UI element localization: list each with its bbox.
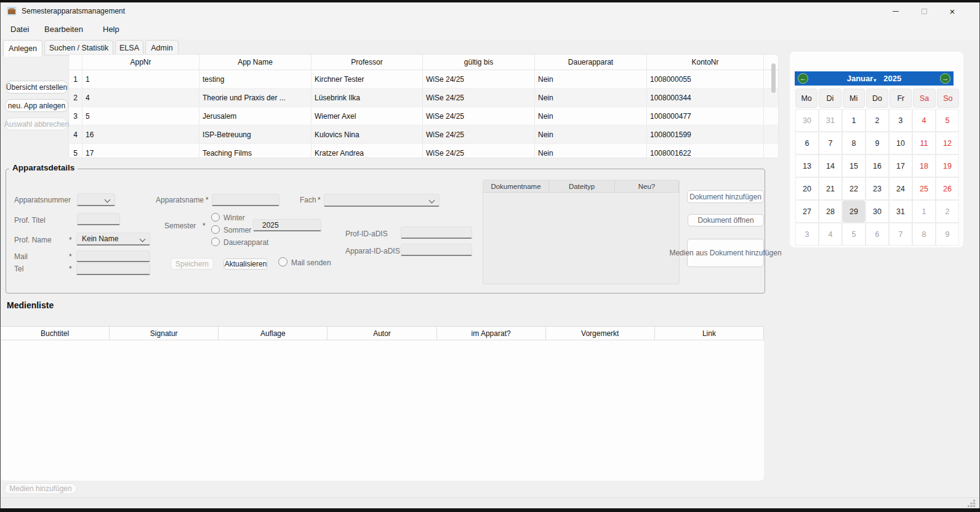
calendar-day[interactable]: 5: [842, 223, 866, 246]
cell: Theorie und Praxis der ...: [199, 89, 311, 106]
tab-anlegen[interactable]: Anlegen: [3, 40, 42, 57]
calendar-day[interactable]: 26: [936, 177, 959, 200]
calendar-day[interactable]: 10: [889, 132, 912, 154]
cell: Kratzer Andrea: [311, 144, 423, 158]
mail-input[interactable]: [76, 250, 150, 262]
prof-titel-input[interactable]: [77, 213, 120, 225]
apps-table-scrollbar[interactable]: [771, 63, 776, 93]
mail-senden-checkbox[interactable]: [278, 257, 287, 266]
calendar-day[interactable]: 31: [819, 109, 842, 132]
aktualisieren-button[interactable]: Aktualisieren: [223, 258, 268, 270]
table-row[interactable]: 35JerusalemWiemer AxelWiSe 24/25Nein1008…: [69, 107, 778, 126]
calendar-day[interactable]: 7: [819, 132, 842, 154]
table-row[interactable]: 517Teaching FilmsKratzer AndreaWiSe 24/2…: [69, 144, 778, 158]
resize-grip-icon[interactable]: [968, 500, 976, 508]
calendar-day[interactable]: 7: [889, 223, 912, 246]
tab-elsa[interactable]: ELSA: [115, 40, 143, 55]
auswahl-abbrechen-button[interactable]: Auswahl abbrechen: [5, 118, 68, 130]
calendar-day-grid: 3031123456789101112131415161718192021222…: [795, 109, 959, 246]
apparat-id-adis-input[interactable]: [401, 244, 472, 256]
calendar-day[interactable]: 3: [889, 109, 912, 132]
calendar-day[interactable]: 6: [795, 132, 819, 154]
uebersicht-erstellen-button[interactable]: Übersicht erstellen: [5, 81, 68, 94]
tab-admin[interactable]: Admin: [145, 40, 179, 55]
menu-help[interactable]: Help: [103, 25, 119, 34]
calendar-day[interactable]: 13: [795, 154, 819, 177]
calendar-day[interactable]: 8: [912, 223, 936, 246]
tel-input[interactable]: [76, 263, 150, 275]
calendar-day[interactable]: 31: [889, 200, 912, 223]
calendar-day[interactable]: 27: [795, 200, 819, 223]
calendar-day[interactable]: 25: [912, 177, 936, 200]
calendar-day[interactable]: 4: [819, 223, 842, 246]
apparatsnummer-combobox[interactable]: [77, 193, 115, 206]
winter-radio[interactable]: [211, 213, 220, 222]
calendar-dow: Mo: [795, 89, 817, 108]
table-row[interactable]: 24Theorie und Praxis der ...Lüsebrink Il…: [69, 89, 778, 107]
calendar-day[interactable]: 9: [866, 132, 889, 154]
calendar-day[interactable]: 4: [912, 109, 936, 132]
semester-year-value: 2025: [254, 220, 321, 231]
apparatsname-input[interactable]: [212, 194, 279, 206]
calendar-day[interactable]: 24: [889, 177, 912, 200]
calendar-day[interactable]: 18: [912, 154, 936, 177]
calendar-month-year[interactable]: Januar ▾ 2025: [847, 74, 902, 83]
calendar: ← Januar ▾ 2025 → MoDiMiDoFrSaSo 3031123…: [790, 52, 963, 247]
dokument-hinzufuegen-button[interactable]: Dokument hinzufügen: [687, 190, 764, 203]
calendar-day[interactable]: 3: [795, 223, 819, 246]
speichern-button[interactable]: Speichern: [171, 258, 214, 270]
dokument-oeffnen-button[interactable]: Dokument öffnen: [688, 214, 764, 226]
medien-hinzufuegen-button[interactable]: Medien hinzufügen: [4, 483, 77, 494]
calendar-day[interactable]: 11: [912, 132, 936, 154]
calendar-next-button[interactable]: →: [940, 73, 950, 84]
calendar-day[interactable]: 2: [936, 200, 959, 223]
prof-id-adis-input[interactable]: [401, 226, 472, 239]
apps-column-header: Dauerapparat: [535, 55, 647, 70]
menu-bearbeiten[interactable]: Bearbeiten: [44, 25, 83, 34]
tab-suchen-statistik[interactable]: Suchen / Statistik: [44, 40, 113, 55]
calendar-day[interactable]: 30: [866, 200, 889, 223]
fach-required-marker: *: [318, 196, 321, 204]
calendar-day[interactable]: 8: [842, 132, 866, 154]
calendar-day[interactable]: 15: [842, 154, 866, 177]
fach-dropdown[interactable]: [324, 194, 440, 207]
table-row[interactable]: 11testingKirchner TesterWiSe 24/25Nein10…: [69, 70, 778, 89]
calendar-day[interactable]: 9: [936, 223, 959, 246]
calendar-day[interactable]: 22: [842, 177, 866, 200]
calendar-day[interactable]: 1: [842, 109, 866, 132]
maximize-button[interactable]: [910, 2, 938, 20]
calendar-day[interactable]: 23: [866, 177, 889, 200]
apps-table-header: AppNrApp NameProfessorgültig bisDauerapp…: [69, 55, 778, 70]
calendar-day[interactable]: 17: [889, 154, 912, 177]
close-button[interactable]: ×: [938, 2, 966, 20]
calendar-day[interactable]: 16: [866, 154, 889, 177]
sommer-radio[interactable]: [211, 225, 220, 234]
calendar-day[interactable]: 14: [819, 154, 842, 177]
calendar-day[interactable]: 2: [866, 109, 889, 132]
neu-app-anlegen-button[interactable]: neu. App anlegen: [5, 99, 68, 112]
calendar-day[interactable]: 6: [866, 223, 889, 246]
media-column-header: Link: [655, 327, 764, 340]
semester-year-input[interactable]: 2025: [253, 219, 321, 231]
mail-required-marker: *: [69, 252, 72, 261]
calendar-day[interactable]: 19: [936, 154, 959, 177]
calendar-day[interactable]: 5: [936, 109, 959, 132]
calendar-day[interactable]: 28: [819, 200, 842, 223]
prof-name-dropdown[interactable]: Kein Name: [76, 233, 150, 246]
calendar-prev-button[interactable]: ←: [798, 73, 808, 84]
minimize-button[interactable]: [882, 2, 910, 20]
calendar-day[interactable]: 12: [936, 132, 959, 154]
calendar-day[interactable]: 30: [795, 109, 819, 132]
dauerapparat-radio[interactable]: [211, 238, 220, 246]
cell: 1: [82, 70, 199, 88]
menubar: Datei Bearbeiten Help: [1, 20, 979, 39]
calendar-day[interactable]: 21: [819, 177, 842, 200]
calendar-day[interactable]: 29: [842, 200, 866, 223]
medien-aus-dokument-button[interactable]: Medien aus Dokument hinzufügen: [687, 239, 764, 267]
calendar-day[interactable]: 20: [795, 177, 819, 200]
document-column-header: Dokumentname: [483, 180, 549, 192]
calendar-day[interactable]: 1: [912, 200, 936, 223]
menu-datei[interactable]: Datei: [10, 25, 29, 34]
fach-label: Fach: [300, 196, 316, 204]
table-row[interactable]: 416ISP-BetreuungKulovics NinaWiSe 24/25N…: [69, 126, 778, 144]
